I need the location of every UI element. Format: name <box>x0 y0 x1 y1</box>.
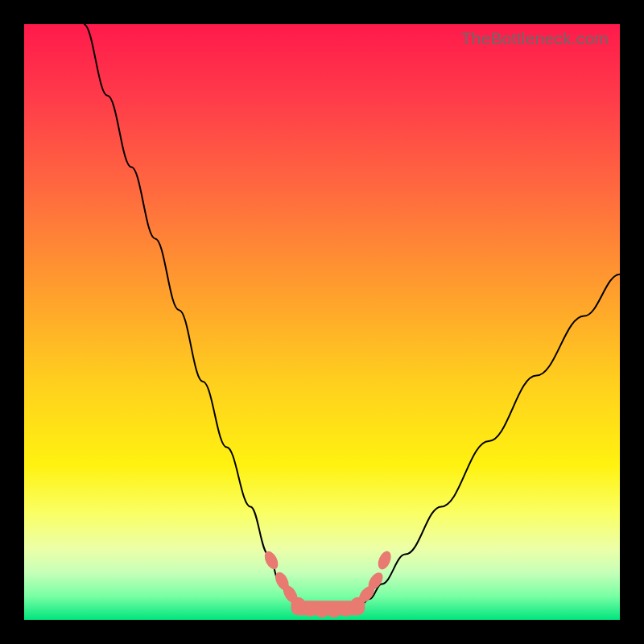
chart-frame: TheBottleneck.com <box>0 0 644 644</box>
plot-area: TheBottleneck.com <box>24 24 620 620</box>
curve-marker <box>262 549 280 572</box>
marker-group <box>262 549 393 617</box>
bottleneck-curve <box>24 24 620 620</box>
curve-marker <box>376 549 394 572</box>
v-curve-path <box>84 24 620 611</box>
